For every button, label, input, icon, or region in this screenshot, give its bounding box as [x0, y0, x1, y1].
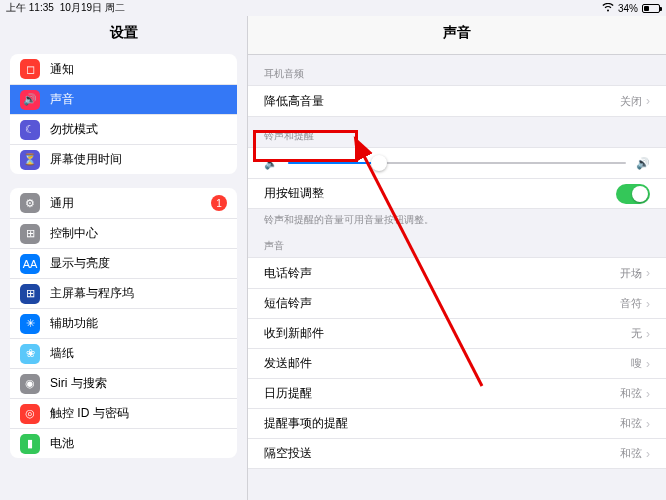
sidebar-item-控制中心[interactable]: ⊞控制中心 — [10, 218, 237, 248]
sidebar-item-label: 声音 — [50, 91, 227, 108]
sound-value: 开场 — [620, 266, 642, 281]
sidebar-item-label: 勿扰模式 — [50, 121, 227, 138]
sidebar-item-label: Siri 与搜索 — [50, 375, 227, 392]
wallpaper-icon: ❀ — [20, 344, 40, 364]
sidebar-item-label: 屏幕使用时间 — [50, 151, 227, 168]
sound-value: 和弦 — [620, 446, 642, 461]
reduce-loud-row[interactable]: 降低高音量 关闭 › — [248, 86, 666, 116]
sound-value: 无 — [631, 326, 642, 341]
chevron-right-icon: › — [646, 357, 650, 371]
sound-row-calendar[interactable]: 日历提醒和弦› — [248, 378, 666, 408]
sidebar-item-label: 主屏幕与程序坞 — [50, 285, 227, 302]
sound-value: 和弦 — [620, 416, 642, 431]
chevron-right-icon: › — [646, 94, 650, 108]
sidebar-item-主屏幕与程序坞[interactable]: ⊞主屏幕与程序坞 — [10, 278, 237, 308]
sidebar-item-Siri 与搜索[interactable]: ◉Siri 与搜索 — [10, 368, 237, 398]
sound-row-sentmail[interactable]: 发送邮件嗖› — [248, 348, 666, 378]
footer-buttons: 铃声和提醒的音量可用音量按钮调整。 — [248, 209, 666, 227]
battery-icon — [642, 4, 660, 13]
dnd-icon: ☾ — [20, 120, 40, 140]
sounds-icon: 🔊 — [20, 90, 40, 110]
sidebar-item-墙纸[interactable]: ❀墙纸 — [10, 338, 237, 368]
screentime-icon: ⏳ — [20, 150, 40, 170]
ringer-volume-slider[interactable]: 🔈 🔊 — [248, 148, 666, 178]
sidebar-item-label: 显示与亮度 — [50, 255, 227, 272]
badge: 1 — [211, 195, 227, 211]
sidebar-item-电池[interactable]: ▮电池 — [10, 428, 237, 458]
status-time: 上午 11:35 — [6, 1, 54, 15]
detail-title: 声音 — [248, 16, 666, 55]
chevron-right-icon: › — [646, 266, 650, 280]
sounds-list: 电话铃声开场›短信铃声音符›收到新邮件无›发送邮件嗖›日历提醒和弦›提醒事项的提… — [248, 257, 666, 469]
sound-row-reminder[interactable]: 提醒事项的提醒和弦› — [248, 408, 666, 438]
sound-row-ringtone[interactable]: 电话铃声开场› — [248, 258, 666, 288]
sidebar-group-1: ◻通知🔊声音☾勿扰模式⏳屏幕使用时间 — [10, 54, 237, 174]
sidebar-item-label: 墙纸 — [50, 345, 227, 362]
sounds-detail: 声音 耳机音频 降低高音量 关闭 › 铃声和提醒 🔈 🔊 用按钮调整 — [248, 16, 666, 500]
reduce-loud-value: 关闭 — [620, 94, 642, 109]
change-with-buttons-label: 用按钮调整 — [264, 185, 616, 202]
sidebar-item-声音[interactable]: 🔊声音 — [10, 84, 237, 114]
sidebar-item-通知[interactable]: ◻通知 — [10, 54, 237, 84]
wifi-icon — [602, 3, 614, 14]
sound-value: 嗖 — [631, 356, 642, 371]
sidebar-item-label: 通用 — [50, 195, 211, 212]
sidebar-item-屏幕使用时间[interactable]: ⏳屏幕使用时间 — [10, 144, 237, 174]
general-icon: ⚙ — [20, 193, 40, 213]
sound-label: 电话铃声 — [264, 265, 620, 282]
status-date: 10月19日 周二 — [60, 1, 125, 15]
chevron-right-icon: › — [646, 387, 650, 401]
section-ringer: 铃声和提醒 — [248, 117, 666, 147]
siri-icon: ◉ — [20, 374, 40, 394]
accessibility-icon: ✳ — [20, 314, 40, 334]
sound-label: 隔空投送 — [264, 445, 620, 462]
sidebar-item-辅助功能[interactable]: ✳辅助功能 — [10, 308, 237, 338]
chevron-right-icon: › — [646, 447, 650, 461]
chevron-right-icon: › — [646, 297, 650, 311]
battery-icon: ▮ — [20, 434, 40, 454]
volume-low-icon: 🔈 — [264, 157, 278, 170]
sound-label: 短信铃声 — [264, 295, 620, 312]
sidebar-item-触控 ID 与密码[interactable]: ◎触控 ID 与密码 — [10, 398, 237, 428]
sound-row-texttone[interactable]: 短信铃声音符› — [248, 288, 666, 318]
touchid-icon: ◎ — [20, 404, 40, 424]
sound-row-newmail[interactable]: 收到新邮件无› — [248, 318, 666, 348]
sound-value: 音符 — [620, 296, 642, 311]
slider-thumb[interactable] — [371, 155, 387, 171]
change-with-buttons-row[interactable]: 用按钮调整 — [248, 178, 666, 208]
sidebar-item-label: 触控 ID 与密码 — [50, 405, 227, 422]
sidebar-title: 设置 — [0, 16, 247, 54]
slider-fill — [288, 162, 379, 164]
chevron-right-icon: › — [646, 327, 650, 341]
sound-label: 发送邮件 — [264, 355, 631, 372]
sidebar-item-label: 通知 — [50, 61, 227, 78]
sound-label: 收到新邮件 — [264, 325, 631, 342]
status-bar: 上午 11:35 10月19日 周二 34% — [0, 0, 666, 16]
sound-row-airdrop[interactable]: 隔空投送和弦› — [248, 438, 666, 468]
sound-label: 提醒事项的提醒 — [264, 415, 620, 432]
sound-value: 和弦 — [620, 386, 642, 401]
sidebar-item-显示与亮度[interactable]: AA显示与亮度 — [10, 248, 237, 278]
homescreen-icon: ⊞ — [20, 284, 40, 304]
sidebar-item-label: 控制中心 — [50, 225, 227, 242]
settings-sidebar: 设置 ◻通知🔊声音☾勿扰模式⏳屏幕使用时间 ⚙通用1⊞控制中心AA显示与亮度⊞主… — [0, 16, 248, 500]
chevron-right-icon: › — [646, 417, 650, 431]
notifications-icon: ◻ — [20, 59, 40, 79]
sidebar-group-2: ⚙通用1⊞控制中心AA显示与亮度⊞主屏幕与程序坞✳辅助功能❀墙纸◉Siri 与搜… — [10, 188, 237, 458]
sidebar-item-label: 辅助功能 — [50, 315, 227, 332]
section-headphones: 耳机音频 — [248, 55, 666, 85]
change-with-buttons-toggle[interactable] — [616, 184, 650, 204]
sidebar-item-label: 电池 — [50, 435, 227, 452]
section-sounds: 声音 — [248, 227, 666, 257]
reduce-loud-label: 降低高音量 — [264, 93, 620, 110]
sound-label: 日历提醒 — [264, 385, 620, 402]
display-icon: AA — [20, 254, 40, 274]
sidebar-item-通用[interactable]: ⚙通用1 — [10, 188, 237, 218]
battery-pct: 34% — [618, 3, 638, 14]
volume-high-icon: 🔊 — [636, 157, 650, 170]
control-center-icon: ⊞ — [20, 224, 40, 244]
sidebar-item-勿扰模式[interactable]: ☾勿扰模式 — [10, 114, 237, 144]
